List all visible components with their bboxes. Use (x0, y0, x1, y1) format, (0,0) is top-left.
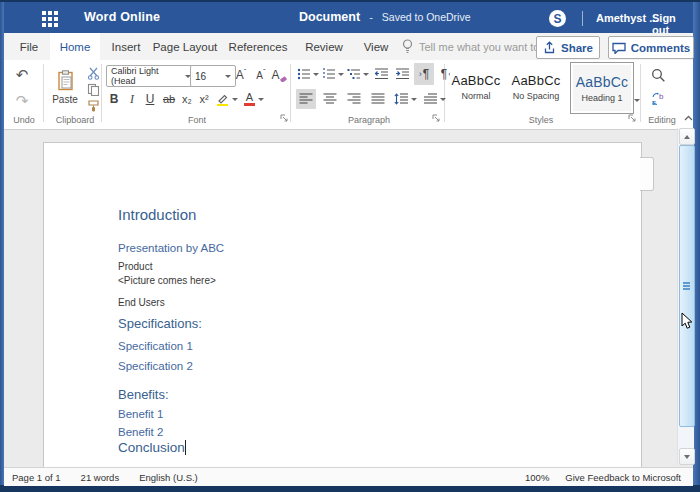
cut-button[interactable] (85, 66, 101, 80)
tab-view[interactable]: View (356, 33, 396, 60)
bold-button[interactable]: B (106, 90, 122, 108)
account-name[interactable]: Amethyst ... (596, 12, 658, 24)
paragraph-dialog-launcher[interactable] (432, 114, 442, 124)
decrease-indent-button[interactable] (372, 65, 391, 83)
vertical-scrollbar[interactable] (677, 128, 694, 463)
page-side-tab[interactable] (640, 157, 654, 191)
share-icon (543, 41, 556, 54)
styles-dialog-launcher[interactable] (628, 114, 638, 124)
shrink-font-button[interactable]: A ˇ (252, 66, 270, 84)
doc-paragraph[interactable]: End Users (118, 297, 165, 308)
font-dialog-launcher[interactable] (280, 114, 290, 124)
doc-subheading[interactable]: Presentation by ABC (118, 242, 224, 254)
align-right-button[interactable] (344, 89, 364, 109)
numbering-button[interactable] (321, 65, 344, 83)
increase-indent-button[interactable] (393, 65, 412, 83)
doc-subheading[interactable]: Specification 2 (118, 360, 193, 372)
underline-button[interactable]: U (142, 90, 158, 108)
document-page[interactable]: Introduction Presentation by ABC Product… (43, 142, 642, 467)
style-normal[interactable]: AaBbCc Normal (450, 64, 502, 110)
tab-page-layout[interactable]: Page Layout (152, 33, 218, 60)
font-name-select[interactable]: Calibri Light (Head (106, 65, 196, 87)
zoom-level[interactable]: 100% (525, 472, 549, 483)
doc-heading[interactable]: Specifications: (118, 316, 202, 331)
share-label: Share (561, 42, 593, 54)
tab-references[interactable]: References (225, 33, 291, 60)
find-button[interactable] (647, 65, 669, 85)
tab-insert[interactable]: Insert (104, 33, 148, 60)
word-count[interactable]: 21 words (81, 472, 120, 483)
subscript-button[interactable]: x₂ (179, 90, 195, 108)
tab-file[interactable]: File (10, 33, 48, 60)
page-count[interactable]: Page 1 of 1 (12, 472, 61, 483)
redo-button[interactable]: ↷ (10, 90, 34, 112)
tab-home[interactable]: Home (50, 33, 100, 60)
highlight-color-button[interactable] (215, 90, 239, 108)
language-status[interactable]: English (U.S.) (139, 472, 198, 483)
chevron-down-icon (225, 75, 231, 78)
align-center-button[interactable] (320, 89, 340, 109)
comments-button[interactable]: Comments (608, 36, 694, 59)
replace-button[interactable]: b c (647, 89, 669, 109)
scrollbar-thumb[interactable] (679, 145, 695, 427)
style-name: Normal (461, 91, 490, 101)
skype-icon[interactable]: S (549, 10, 566, 27)
copy-button[interactable] (85, 82, 101, 96)
share-button[interactable]: Share (536, 36, 600, 59)
align-right-icon (347, 93, 361, 105)
style-no-spacing[interactable]: AaBbCc No Spacing (506, 64, 566, 110)
font-color-button[interactable]: A (242, 90, 266, 108)
first-line-indent-icon (423, 93, 438, 105)
italic-button[interactable]: I (124, 90, 140, 108)
cut-scissors-icon (87, 67, 100, 80)
doc-heading[interactable]: Introduction (118, 206, 196, 223)
style-sample: AaBbCc (512, 73, 561, 88)
group-label-clipboard: Clipboard (45, 115, 105, 125)
doc-heading[interactable]: Conclusion (118, 440, 185, 455)
doc-subheading[interactable]: Benefit 1 (118, 408, 163, 420)
clear-formatting-button[interactable]: A (270, 66, 288, 84)
more-styles-button[interactable] (632, 94, 642, 106)
highlighter-pen-icon (216, 93, 229, 106)
justify-icon (371, 93, 385, 105)
doc-heading[interactable]: Benefits: (118, 387, 169, 402)
font-size-select[interactable]: 16 (190, 65, 236, 87)
style-sample: AaBbCc (452, 73, 501, 88)
doc-subheading[interactable]: Benefit 2 (118, 426, 163, 438)
tab-review[interactable]: Review (300, 33, 348, 60)
line-spacing-button[interactable] (392, 89, 418, 109)
paste-button[interactable]: Paste (47, 64, 83, 110)
doc-paragraph[interactable]: Product (118, 261, 152, 272)
word-online-window: Word Online Document - Saved to OneDrive… (0, 0, 700, 492)
document-title-group: Document - Saved to OneDrive (299, 10, 471, 24)
search-icon (651, 68, 666, 83)
feedback-link[interactable]: Give Feedback to Microsoft (565, 472, 681, 483)
shrink-font-letter: A (256, 70, 263, 81)
group-label-paragraph: Paragraph (294, 115, 444, 125)
save-status: Saved to OneDrive (382, 11, 471, 23)
arrow-up-icon (684, 135, 690, 139)
undo-button[interactable]: ↶ (10, 64, 34, 86)
doc-paragraph[interactable]: <Picture comes here> (118, 275, 216, 286)
scroll-up-button[interactable] (679, 128, 695, 145)
format-painter-button[interactable] (85, 98, 101, 112)
style-heading-1[interactable]: AaBbCc Heading 1 (570, 62, 634, 114)
doc-subheading[interactable]: Specification 1 (118, 340, 193, 352)
align-left-button[interactable] (296, 89, 316, 109)
tell-me-box[interactable]: Tell me what you want to do (402, 39, 555, 54)
strikethrough-button[interactable]: ab (160, 90, 178, 108)
multilevel-list-button[interactable] (346, 65, 369, 83)
group-separator (640, 64, 641, 122)
ltr-paragraph-button[interactable]: ›¶ (414, 63, 434, 85)
scroll-down-button[interactable] (679, 448, 695, 465)
grow-font-button[interactable]: A ˆ (232, 66, 250, 84)
superscript-button[interactable]: x² (196, 90, 212, 108)
app-name: Word Online (84, 10, 160, 24)
document-title[interactable]: Document (299, 10, 360, 24)
titlebar-divider (582, 11, 583, 26)
app-launcher-waffle-icon[interactable] (42, 11, 46, 15)
bullets-button[interactable] (296, 65, 319, 83)
justify-button[interactable] (368, 89, 388, 109)
paragraph-indent-button[interactable] (421, 89, 447, 109)
collapse-ribbon-button[interactable] (682, 112, 694, 124)
